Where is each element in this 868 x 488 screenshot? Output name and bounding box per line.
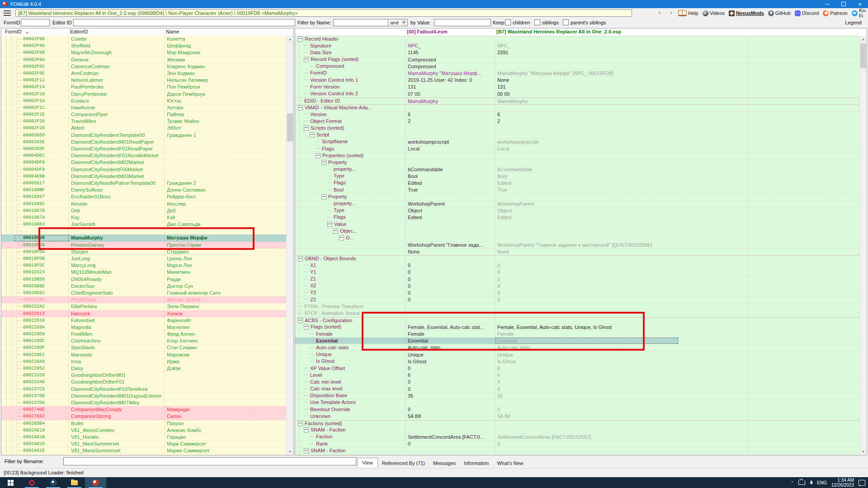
cell-value-fallout4-esm[interactable] xyxy=(405,318,495,324)
detail-row[interactable]: Version66 xyxy=(295,111,860,118)
cell-value-wasteland-heroines-esp[interactable]: None xyxy=(495,77,748,83)
detail-row[interactable]: Record Header xyxy=(295,36,860,42)
nav-row[interactable] xyxy=(1,228,287,235)
nav-row[interactable]: 00019FDBJunLongЦзюнь Лон xyxy=(1,255,287,262)
cell-value-fallout4-esm[interactable]: workshopnpcscript xyxy=(405,139,495,145)
nav-row[interactable]: 00002F08MayorMcDonoughМэр Макдонах xyxy=(1,49,287,56)
detail-row[interactable]: NoneNone xyxy=(295,249,860,255)
detail-row[interactable]: Flags (sorted)Female, Essential, Auto-ca… xyxy=(295,324,860,331)
column-header-editorid[interactable]: EditorID xyxy=(70,29,88,34)
detail-row[interactable]: Record Flags (sorted)Compressed xyxy=(295,56,860,63)
collapse-icon[interactable] xyxy=(321,194,326,199)
detail-row[interactable]: TypeObjectObject xyxy=(295,207,860,214)
cell-value-wasteland-heroines-esp[interactable]: None xyxy=(495,249,748,255)
cell-value-fallout4-esm[interactable]: WorkshopParent xyxy=(405,201,495,207)
nav-row[interactable]: 000228A5IrmaИрма xyxy=(1,358,287,365)
nav-row[interactable]: 000237DADiamondCityResidentM07Alley xyxy=(1,399,287,406)
cell-value-wasteland-heroines-esp[interactable]: 0 xyxy=(495,441,748,447)
cell-value-fallout4-esm[interactable]: 2019-11-25 User: 42 Index: 0 xyxy=(405,77,495,83)
cell-value-wasteland-heroines-esp[interactable]: Local xyxy=(495,145,748,152)
nav-row[interactable]: 00002F14PaulPembrokeПол Пемброук xyxy=(1,84,287,90)
cell-value-wasteland-heroines-esp[interactable]: WorkshopParent xyxy=(495,201,748,207)
cell-value-fallout4-esm[interactable]: 0 xyxy=(405,262,495,268)
nav-row[interactable]: 00002F00ColetteКолетта xyxy=(1,36,287,42)
nav-row[interactable]: 00019FD9PrestonGarveyПрестон Гарви xyxy=(1,242,287,249)
cell-value-fallout4-esm[interactable]: Auto-calc stats xyxy=(405,344,495,351)
cell-value-wasteland-heroines-esp[interactable]: 0 xyxy=(495,406,748,413)
cell-value-wasteland-heroines-esp[interactable] xyxy=(495,132,748,138)
cell-value-fallout4-esm[interactable]: 0 xyxy=(405,283,495,289)
menu-icon[interactable] xyxy=(4,10,11,16)
nav-row[interactable]: 00019FDCMarcyLongМарси Лон xyxy=(1,262,287,269)
cell-value-fallout4-esm[interactable]: Female xyxy=(405,331,495,337)
detail-scrollbar[interactable]: ▲ ▼ xyxy=(859,36,867,455)
detail-row[interactable]: X200 xyxy=(295,283,860,290)
detail-row[interactable]: Script xyxy=(295,132,860,139)
detail-row[interactable]: Calc max level00 xyxy=(295,386,860,393)
nav-row[interactable]: 000237C5DiamondCityResidentF03TentArea xyxy=(1,386,287,393)
nav-row[interactable]: 00023346GoodneighborDrifterF01 xyxy=(1,379,287,385)
keep-parent-s-siblings-checkbox[interactable]: parent's siblings xyxy=(563,19,606,25)
keep-siblings-checkbox[interactable]: siblings xyxy=(534,19,559,25)
nav-row[interactable]: 00022613HancockХэнкок xyxy=(1,310,287,317)
detail-row[interactable]: Property xyxy=(295,193,860,200)
cell-value-wasteland-heroines-esp[interactable]: 00 00 xyxy=(495,91,748,97)
cell-value-wasteland-heroines-esp[interactable]: Female xyxy=(495,331,748,337)
column-header-formid[interactable]: FormID xyxy=(5,29,29,34)
detail-row[interactable]: STCP - Animation Sound xyxy=(295,310,860,317)
nav-row[interactable]: 00002F0CClarenceCodmanКларенс Кодман xyxy=(1,63,287,70)
detail-row[interactable]: FemaleFemaleFemale xyxy=(295,331,860,338)
cell-value-wasteland-heroines-esp[interactable] xyxy=(495,318,748,324)
nav-row[interactable]: 0001D323MQ102MinuteManМинитмен xyxy=(1,269,287,276)
cell-value-fallout4-esm[interactable]: 6 xyxy=(405,111,495,117)
detail-row[interactable]: Form Version131131 xyxy=(295,84,860,90)
detail-row[interactable]: Objec... xyxy=(295,228,860,235)
cell-value-fallout4-esm[interactable] xyxy=(405,427,495,433)
cell-value-wasteland-heroines-esp[interactable]: Object xyxy=(495,207,748,214)
cell-value-fallout4-esm[interactable]: WorkshopParent "Главное зада... xyxy=(405,242,495,248)
cell-value-wasteland-heroines-esp[interactable]: 0 xyxy=(495,386,748,392)
detail-row[interactable]: SNAM - Faction xyxy=(295,427,860,434)
clock[interactable]: 1:34 AM 12/26/2023 xyxy=(831,478,854,488)
detail-row[interactable]: ScriptNameworkshopnpcscriptworkshopnpcsc… xyxy=(295,139,860,145)
cell-value-fallout4-esm[interactable]: True xyxy=(405,187,495,193)
detail-row[interactable]: WorkshopParent "Главное зада...WorkshopP… xyxy=(295,242,860,249)
cell-value-wasteland-heroines-esp[interactable] xyxy=(495,56,748,63)
detail-row[interactable]: Calc min level00 xyxy=(295,379,860,385)
nav-row[interactable]: 00019FD8MamaMurphyМатушка Мерфи xyxy=(1,235,287,241)
language-indicator[interactable]: ENG xyxy=(817,480,827,485)
nav-row[interactable]: 0000365DDiamondCityResidentTemplate00Гра… xyxy=(1,132,287,139)
column-header-name[interactable]: Name xyxy=(166,29,179,34)
collapse-icon[interactable] xyxy=(304,57,309,62)
cell-value-fallout4-esm[interactable]: Essential xyxy=(405,338,495,344)
detail-row[interactable]: Z200 xyxy=(295,296,860,303)
collapse-icon[interactable] xyxy=(298,105,303,110)
cell-value-wasteland-heroines-esp[interactable] xyxy=(495,256,748,262)
scroll-up-icon[interactable]: ▲ xyxy=(860,36,867,42)
collapse-icon[interactable] xyxy=(304,126,309,131)
collapse-icon[interactable] xyxy=(298,318,303,323)
detail-row[interactable]: Version Control Info 12019-11-25 User: 4… xyxy=(295,77,860,84)
cell-value-fallout4-esm[interactable]: Compressed xyxy=(405,63,495,70)
nav-row[interactable]: 00019FDASturgesСтурджес xyxy=(1,249,287,255)
cell-value-fallout4-esm[interactable] xyxy=(405,152,495,159)
cell-value-fallout4-esm[interactable]: 2 xyxy=(405,118,495,124)
scrollbar-thumb[interactable] xyxy=(860,43,866,68)
nav-row[interactable]: 00004E0BDiamondCityResidentM03Market xyxy=(1,173,287,180)
detail-row[interactable]: Scripts (sorted) xyxy=(295,125,860,131)
filter-name-input[interactable] xyxy=(333,19,389,26)
nav-row[interactable]: 0002740ECompanionMacCreadyМаккриди xyxy=(1,406,287,413)
cell-value-fallout4-esm[interactable]: 0 xyxy=(405,386,495,392)
nav-row[interactable]: 0001997AKayКэй xyxy=(1,214,287,221)
cell-value-fallout4-esm[interactable]: 0 xyxy=(405,290,495,296)
detail-row[interactable]: FlagsEditedEdited xyxy=(295,180,860,187)
cell-value-fallout4-esm[interactable] xyxy=(405,310,495,317)
cell-value-fallout4-esm[interactable] xyxy=(405,447,495,454)
nav-row[interactable]: 000226E2MarowskiМаровски xyxy=(1,352,287,358)
cell-value-fallout4-esm[interactable]: Female, Essential, Auto-calc stat... xyxy=(405,324,495,330)
detail-row[interactable]: ACBS - Configuration xyxy=(295,317,860,324)
nav-row[interactable]: 00002F28AbbotЭббот xyxy=(1,125,287,131)
nav-row[interactable]: 0002A81DV81_MarkSummersetМарк Саммерсет xyxy=(1,441,287,447)
cell-value-wasteland-heroines-esp[interactable] xyxy=(495,221,748,227)
cell-value-wasteland-heroines-esp[interactable] xyxy=(495,228,748,234)
